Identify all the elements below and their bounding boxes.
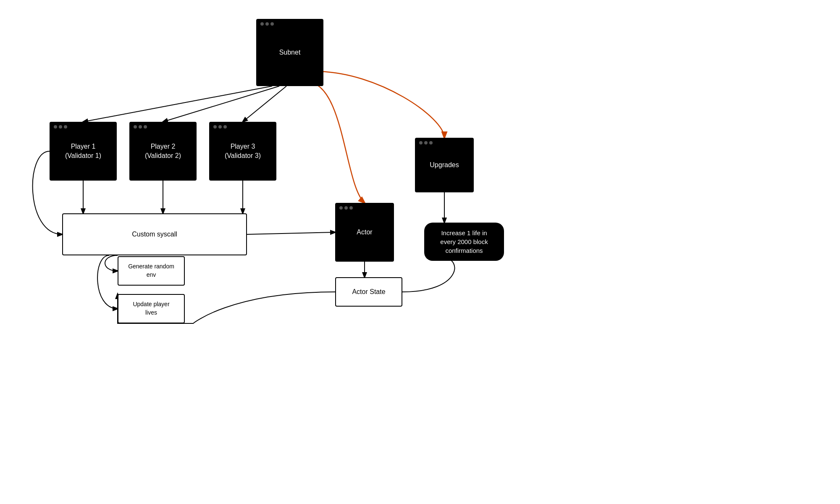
player3-node: Player 3(Validator 3) (209, 122, 276, 181)
upgrades-dots (419, 141, 433, 144)
player3-label: Player 3(Validator 3) (220, 138, 265, 165)
player3-dots (213, 125, 227, 129)
callout-label: Increase 1 life inevery 2000 blockconfir… (440, 229, 488, 254)
actor-state-node: Actor State (335, 277, 402, 307)
actor-dots (339, 206, 353, 210)
svg-line-6 (247, 232, 335, 234)
generate-random-env-label: Generate randomenv (125, 259, 178, 282)
actor-node: Actor (335, 203, 394, 262)
player2-label: Player 2(Validator 2) (141, 138, 185, 165)
actor-state-label: Actor State (348, 283, 389, 301)
player2-dots (134, 125, 147, 129)
custom-syscall-label: Custom syscall (128, 226, 181, 243)
generate-random-env-node: Generate randomenv (118, 256, 185, 286)
update-player-lives-node: Update playerlives (118, 294, 185, 323)
subnet-dots (260, 22, 274, 26)
subnet-node: Subnet (256, 19, 323, 86)
actor-label: Actor (352, 223, 376, 241)
update-player-lives-label: Update playerlives (129, 297, 173, 320)
upgrades-label: Upgrades (425, 156, 463, 174)
player1-label: Player 1(Validator 1) (61, 138, 105, 165)
player1-dots (54, 125, 67, 129)
upgrades-node: Upgrades (415, 138, 474, 192)
subnet-label: Subnet (275, 44, 305, 61)
svg-line-2 (243, 86, 286, 122)
svg-line-1 (163, 86, 279, 122)
callout-node: Increase 1 life inevery 2000 blockconfir… (424, 223, 504, 261)
svg-line-0 (83, 86, 272, 122)
custom-syscall-node: Custom syscall (62, 213, 247, 255)
player1-node: Player 1(Validator 1) (50, 122, 117, 181)
diagram: Subnet Player 1(Validator 1) Player 2(Va… (0, 0, 840, 504)
player2-node: Player 2(Validator 2) (129, 122, 197, 181)
